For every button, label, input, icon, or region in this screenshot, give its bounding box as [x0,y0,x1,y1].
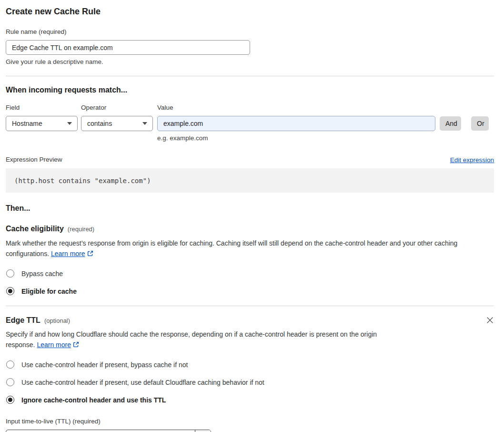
cache-eligibility-qualifier: (required) [68,226,94,233]
close-icon[interactable] [486,316,494,324]
radio-row-ignore-header-use-ttl: Ignore cache-control header and use this… [6,396,494,404]
radio-ignore-header-use-ttl[interactable] [6,396,14,404]
radio-label-use-header-bypass[interactable]: Use cache-control header if present, byp… [21,361,188,369]
chevron-down-icon [142,122,147,125]
field-label: Field [6,104,81,112]
expression-preview-label: Expression Preview [6,156,62,164]
external-link-icon [73,340,79,351]
condition-labels: Field Operator Value [6,104,494,112]
divider [6,306,494,306]
edit-expression-link[interactable]: Edit expression [450,156,494,164]
chevron-down-icon [67,122,72,125]
cache-eligibility-title: Cache eligibility [6,224,64,233]
value-label: Value [157,104,173,112]
rule-name-help: Give your rule a descriptive name. [6,58,494,65]
expression-code: (http.host contains "example.com") [14,177,151,185]
radio-dot [8,398,12,402]
radio-row-eligible-for-cache: Eligible for cache [6,287,494,295]
radio-dot [8,289,12,293]
field-select[interactable]: Hostname [6,116,78,131]
ttl-combobox-value[interactable]: 1 day [6,430,195,432]
external-link-icon [87,249,93,260]
edge-ttl-learn-more-link[interactable]: Learn more [37,341,71,349]
edge-ttl-title: Edge TTL [6,316,40,325]
operator-label: Operator [81,104,157,112]
expression-preview-box: (http.host contains "example.com") [6,168,494,193]
cache-eligibility-description: Mark whether the request’s response from… [6,238,488,259]
edge-ttl-qualifier: (optional) [44,317,70,324]
radio-use-header-default[interactable] [6,378,14,386]
cache-eligibility-learn-more-link[interactable]: Learn more [51,250,85,257]
radio-row-bypass-cache: Bypass cache [6,269,494,278]
value-help: e.g. example.com [157,134,494,142]
then-heading: Then... [6,204,494,213]
value-input[interactable] [157,116,435,131]
ttl-label: Input time-to-live (TTL) (required) [6,418,494,425]
ttl-combobox-dropdown-button[interactable] [195,430,211,432]
radio-label-ignore-header-use-ttl[interactable]: Ignore cache-control header and use this… [21,396,166,404]
radio-bypass-cache[interactable] [6,269,14,278]
condition-row: Hostname contains And Or [6,116,494,131]
match-section-heading: When incoming requests match... [6,85,494,94]
operator-select-value: contains [87,120,112,127]
radio-label-use-header-default[interactable]: Use cache-control header if present, use… [21,379,264,386]
radio-row-use-header-default: Use cache-control header if present, use… [6,378,494,386]
page-title: Create new Cache Rule [6,7,494,17]
expression-preview-header: Expression Preview Edit expression [6,156,494,164]
ttl-combobox[interactable]: 1 day [6,430,211,432]
radio-use-header-bypass[interactable] [6,360,14,369]
edge-ttl-description: Specify if and how long Cloudflare shoul… [6,329,402,350]
operator-select[interactable]: contains [81,116,153,131]
edge-ttl-header: Edge TTL (optional) [6,316,494,325]
radio-label-bypass-cache[interactable]: Bypass cache [21,270,63,278]
rule-name-input[interactable] [6,40,250,55]
rule-name-label: Rule name (required) [6,28,494,36]
create-cache-rule-form: Create new Cache Rule Rule name (require… [0,7,504,432]
cache-eligibility-header: Cache eligibility (required) [6,224,494,233]
and-button[interactable]: And [440,116,461,131]
radio-eligible-for-cache[interactable] [6,287,14,295]
divider [6,76,494,76]
field-select-value: Hostname [12,120,42,127]
or-button[interactable]: Or [471,116,489,131]
radio-row-use-header-bypass: Use cache-control header if present, byp… [6,360,494,369]
radio-label-eligible-for-cache[interactable]: Eligible for cache [21,288,77,295]
